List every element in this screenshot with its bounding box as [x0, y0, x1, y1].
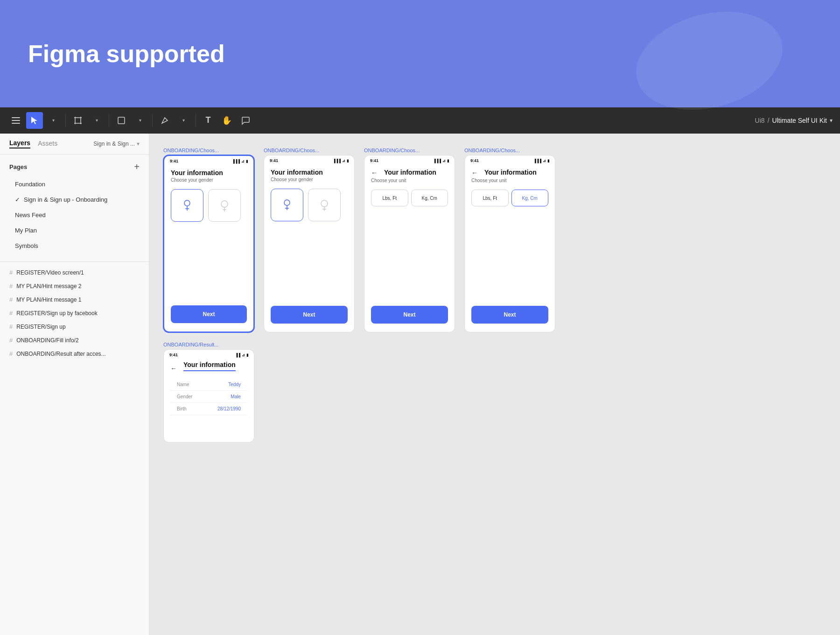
frame-title-2: Your information [271, 169, 348, 176]
svg-marker-0 [31, 117, 37, 124]
gender-male-btn-2[interactable] [271, 189, 303, 221]
layer-item[interactable]: # REGISTER/Sign up [0, 320, 149, 333]
frame-tool[interactable] [70, 112, 86, 129]
frame-content-2: Your information Choose your gender [264, 164, 354, 233]
frame-label-4: ONBOARDING/Choos... [464, 148, 555, 153]
rect-tool-dropdown[interactable]: ▾ [132, 112, 148, 129]
frame-title-4: Your information [484, 169, 537, 176]
layer-item[interactable]: # REGISTER/Sign up by facebook [0, 306, 149, 320]
pen-tool[interactable] [156, 112, 173, 129]
sep3 [152, 114, 153, 127]
result-status-icons: ▐▐⊿▮ [235, 353, 248, 357]
page-label-symbols: Symbols [15, 242, 38, 249]
back-arrow-icon-4[interactable]: ← [471, 169, 478, 176]
next-button-2[interactable]: Next [271, 306, 348, 324]
hamburger-menu-button[interactable] [7, 112, 24, 129]
frame-wrapper-4: ONBOARDING/Choos... 9:41 ▐▐▐⊿▮ ← Your in… [464, 148, 555, 332]
layer-item[interactable]: # ONBOARDING/Fill info/2 [0, 333, 149, 347]
hero-section: Figma supported [0, 0, 840, 107]
layer-item[interactable]: # ONBOARDING/Result after acces... [0, 347, 149, 360]
gender-female-btn-2[interactable] [308, 189, 341, 221]
frame-label-1: ONBOARDING/Choos... [163, 148, 254, 153]
layer-item[interactable]: # MY PLAN/Hint message 2 [0, 279, 149, 293]
rect-tool[interactable] [113, 112, 130, 129]
next-button-3[interactable]: Next [371, 306, 448, 324]
info-value-birth: 28/12/1990 [217, 406, 241, 411]
gender-female-btn[interactable] [208, 189, 241, 222]
hash-icon: # [9, 323, 13, 330]
result-title: Your information [183, 361, 236, 371]
project-chevron-icon[interactable]: ▾ [830, 117, 833, 124]
time-3: 9:41 [370, 158, 378, 163]
unit-lbs-btn-4[interactable]: Lbs, Ft [471, 190, 509, 206]
frame-subtitle-4: Choose your unit [471, 178, 548, 183]
page-item-news-feed[interactable]: News Feed [9, 208, 140, 222]
page-label-sign-in: Sign in & Sign up - Onboarding [24, 196, 107, 203]
add-page-button[interactable]: + [134, 162, 140, 171]
svg-point-11 [184, 200, 190, 206]
time-4: 9:41 [470, 158, 479, 163]
back-arrow-result[interactable]: ← [170, 365, 177, 372]
mobile-frame-1[interactable]: 9:41 ▐▐▐⊿▮ Your information Choose your … [163, 155, 254, 332]
unit-lbs-btn-3[interactable]: Lbs, Ft [371, 190, 408, 206]
select-tool[interactable] [26, 112, 43, 129]
breadcrumb-text: Sign in & Sign ... [93, 141, 135, 147]
layer-item[interactable]: # MY PLAN/Hint message 1 [0, 293, 149, 306]
info-value-gender: Male [231, 394, 241, 399]
next-button-4[interactable]: Next [471, 306, 548, 324]
sep2 [109, 114, 109, 127]
layer-name: ONBOARDING/Fill info/2 [16, 337, 78, 344]
status-bar-4: 9:41 ▐▐▐⊿▮ [465, 155, 555, 164]
page-item-sign-in[interactable]: ✓ Sign in & Sign up - Onboarding [9, 192, 140, 207]
page-item-symbols[interactable]: Symbols [9, 239, 140, 253]
app-window: ▾ ▾ ▾ ▾ T ✋ [0, 107, 840, 635]
unit-kg-btn-3[interactable]: Kg, Cm [411, 190, 448, 206]
svg-rect-10 [118, 117, 125, 124]
frame-tool-dropdown[interactable]: ▾ [88, 112, 105, 129]
breadcrumb-chevron-icon: ▾ [137, 141, 140, 147]
tab-layers[interactable]: Layers [9, 139, 30, 148]
comment-tool[interactable] [237, 112, 254, 129]
next-button-1[interactable]: Next [171, 305, 247, 323]
tool-dropdown-arrow[interactable]: ▾ [45, 112, 62, 129]
frames-grid: ONBOARDING/Choos... 9:41 ▐▐▐⊿▮ Your info… [149, 134, 840, 342]
layer-item[interactable]: # REGISTER/Video screen/1 [0, 266, 149, 279]
status-icons-1: ▐▐▐⊿▮ [232, 159, 248, 163]
hash-icon: # [9, 296, 13, 303]
tab-assets[interactable]: Assets [38, 140, 57, 148]
canvas[interactable]: ONBOARDING/Choos... 9:41 ▐▐▐⊿▮ Your info… [149, 134, 840, 635]
gender-male-btn[interactable] [171, 189, 203, 222]
status-bar-1: 9:41 ▐▐▐⊿▮ [164, 156, 253, 164]
unit-kg-btn-4[interactable]: Kg, Cm [511, 190, 549, 206]
text-tool[interactable]: T [200, 112, 217, 129]
svg-point-13 [284, 200, 290, 205]
sidebar-tabs: Layers Assets Sign in & Sign ... ▾ [0, 134, 149, 155]
mobile-frame-2[interactable]: 9:41 ▐▐▐⊿▮ Your information Choose your … [264, 155, 355, 332]
page-item-my-plan[interactable]: My Plan [9, 223, 140, 238]
frame-content-4: ← Your information Choose your unit Lbs,… [465, 164, 555, 218]
frame-content-3: ← Your information Choose your unit Lbs,… [364, 164, 455, 218]
layer-name: REGISTER/Video screen/1 [16, 269, 84, 276]
pages-title: Pages [9, 163, 27, 170]
back-arrow-icon-3[interactable]: ← [371, 169, 378, 176]
status-icons-4: ▐▐▐⊿▮ [533, 159, 549, 163]
mobile-frame-3[interactable]: 9:41 ▐▐▐⊿▮ ← Your information Choose you… [364, 155, 455, 332]
hand-tool[interactable]: ✋ [218, 112, 235, 129]
unit-options-4: Lbs, Ft Kg, Cm [471, 190, 548, 206]
status-bar-2: 9:41 ▐▐▐⊿▮ [264, 155, 354, 164]
frame-title-3: Your information [384, 169, 436, 176]
page-check-icon: ✓ [15, 196, 20, 203]
mobile-frame-4[interactable]: 9:41 ▐▐▐⊿▮ ← Your information Choose you… [464, 155, 555, 332]
result-frame[interactable]: 9:41 ▐▐⊿▮ ← Your information Name [163, 349, 254, 443]
result-time: 9:41 [169, 353, 178, 357]
frame-subtitle-3: Choose your unit [371, 178, 448, 183]
svg-rect-1 [75, 118, 81, 123]
layers-list: # REGISTER/Video screen/1 # MY PLAN/Hint… [0, 262, 149, 364]
info-label-name: Name [177, 382, 189, 387]
pen-tool-dropdown[interactable]: ▾ [175, 112, 192, 129]
hash-icon: # [9, 282, 13, 289]
hash-icon: # [9, 337, 13, 344]
hero-decoration [625, 0, 794, 125]
page-item-foundation[interactable]: Foundation [9, 177, 140, 191]
frame-wrapper-3: ONBOARDING/Choos... 9:41 ▐▐▐⊿▮ ← Your in… [364, 148, 455, 332]
